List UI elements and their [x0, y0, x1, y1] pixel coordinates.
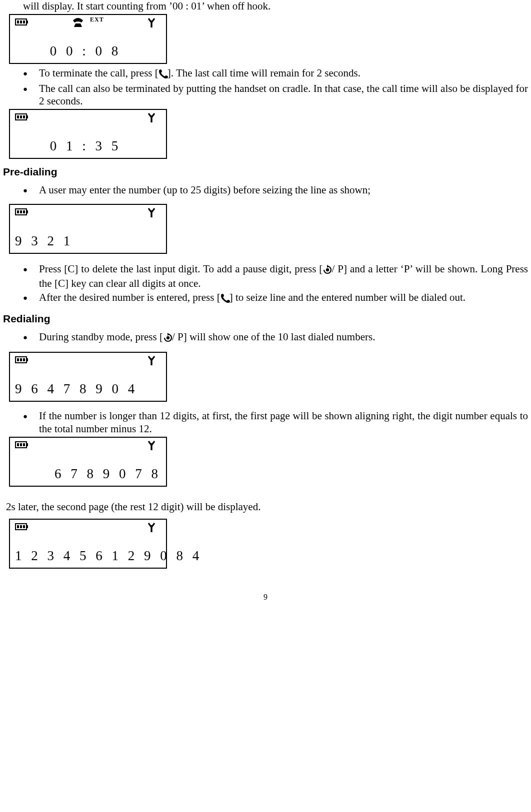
bullet-list: A user may enter the number (up to 25 di… — [23, 184, 528, 197]
battery-icon — [16, 208, 28, 218]
antenna-icon — [148, 18, 155, 30]
battery-icon — [16, 18, 28, 28]
antenna-icon — [148, 441, 155, 453]
list-item: Press [C] to delete the last input digit… — [23, 263, 528, 290]
antenna-icon — [148, 208, 155, 220]
bullet-list: During standby mode, press [/ P] will sh… — [23, 331, 528, 345]
lcd-digits: 0 1 : 3 5 — [10, 138, 166, 154]
lcd-digits: 6 7 8 9 0 7 8 — [10, 466, 166, 482]
battery-icon — [16, 441, 28, 451]
list-item: After the desired number is entered, pre… — [23, 291, 528, 306]
handset-icon — [220, 293, 230, 306]
page-number: 9 — [3, 593, 528, 602]
bullet-list: To terminate the call, press []. The las… — [23, 67, 528, 108]
antenna-icon — [148, 356, 155, 368]
redial-pause-icon — [322, 264, 332, 277]
battery-icon — [16, 113, 28, 123]
antenna-icon — [148, 523, 155, 535]
battery-icon — [16, 356, 28, 366]
lcd-screen-predial: 9 3 2 1 — [9, 204, 167, 254]
heading-redialing: Redialing — [3, 313, 528, 325]
list-item: During standby mode, press [/ P] will sh… — [23, 331, 528, 345]
paragraph: 2s later, the second page (the rest 12 d… — [6, 501, 528, 514]
lcd-screen-last-call: 0 1 : 3 5 — [9, 109, 167, 159]
phone-offhook-icon — [72, 17, 84, 29]
redial-pause-icon — [163, 332, 172, 345]
intro-line: will display. It start counting from ’00… — [23, 0, 528, 13]
lcd-screen-call-timer: EXT 0 0 : 0 8 — [9, 14, 167, 64]
lcd-digits: 1 2 3 4 5 6 1 2 9 0 8 4 — [10, 548, 166, 564]
lcd-digits: 9 6 4 7 8 9 0 4 — [10, 381, 166, 397]
lcd-screen-long-num-p1: 6 7 8 9 0 7 8 — [9, 437, 167, 487]
ext-indicator: EXT — [90, 16, 104, 23]
list-item: The call can also be terminated by putti… — [23, 82, 528, 108]
handset-icon — [158, 68, 168, 81]
lcd-screen-long-num-p2: 1 2 3 4 5 6 1 2 9 0 8 4 — [9, 519, 167, 569]
list-item: If the number is longer than 12 digits, … — [23, 410, 528, 436]
lcd-screen-redial: 9 6 4 7 8 9 0 4 — [9, 352, 167, 402]
heading-predialing: Pre-dialing — [3, 166, 528, 178]
bullet-list: Press [C] to delete the last input digit… — [23, 263, 528, 305]
list-item: A user may enter the number (up to 25 di… — [23, 184, 528, 197]
list-item: To terminate the call, press []. The las… — [23, 67, 528, 81]
bullet-list: If the number is longer than 12 digits, … — [23, 410, 528, 436]
lcd-digits: 9 3 2 1 — [10, 233, 166, 249]
lcd-digits: 0 0 : 0 8 — [10, 43, 166, 59]
battery-icon — [16, 523, 28, 533]
antenna-icon — [148, 113, 155, 125]
